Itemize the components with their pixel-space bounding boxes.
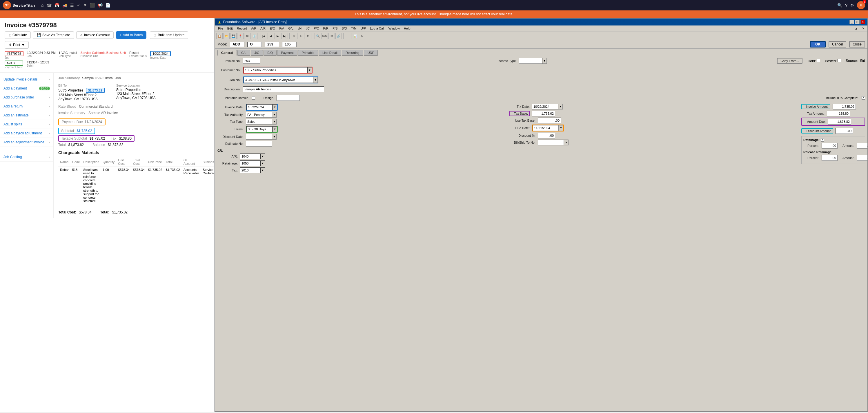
- toolbar-next[interactable]: ▶: [275, 33, 281, 39]
- discount-date-dropdown[interactable]: ▼: [272, 134, 277, 140]
- menu-ap[interactable]: A/P: [249, 26, 258, 31]
- tax-type-input[interactable]: [246, 119, 272, 125]
- use-tax-base-input[interactable]: [538, 117, 561, 124]
- trx-date-dropdown[interactable]: ▼: [558, 104, 563, 109]
- ok-button[interactable]: OK: [810, 41, 826, 47]
- tab-jc[interactable]: J/C: [251, 50, 263, 56]
- bill-ship-dropdown[interactable]: ▼: [564, 140, 568, 145]
- menu-edit[interactable]: Edit: [225, 26, 235, 31]
- tab-general[interactable]: General: [217, 50, 237, 56]
- tab-line-detail[interactable]: Line Detail: [319, 50, 341, 56]
- close-window-button[interactable]: ✕: [861, 20, 865, 24]
- invoice-amount-input[interactable]: [833, 104, 856, 109]
- close-button[interactable]: Close: [849, 41, 865, 47]
- menu-ar[interactable]: A/R: [258, 26, 267, 31]
- ar-dropdown[interactable]: ▼: [260, 153, 265, 159]
- tax-type-dropdown[interactable]: ▼: [272, 119, 277, 125]
- menu-up[interactable]: U/P: [359, 26, 368, 31]
- close-sub-icon[interactable]: ✕: [860, 26, 866, 31]
- sidebar-add-estimate[interactable]: Add an estimate ›: [0, 111, 53, 120]
- maximize-button[interactable]: □: [855, 20, 860, 24]
- tax-base-input[interactable]: [532, 111, 555, 116]
- menu-ic[interactable]: I/C: [304, 26, 311, 31]
- add-to-batch-button[interactable]: + Add to Batch: [116, 31, 147, 39]
- toolbar-cut[interactable]: ✂: [298, 33, 304, 39]
- tab-udf[interactable]: UDF: [364, 50, 378, 56]
- menu-in[interactable]: I/N: [296, 26, 303, 31]
- bulk-item-update-button[interactable]: ⊞ Bulk Item Update: [150, 31, 188, 39]
- income-type-input[interactable]: [519, 58, 542, 64]
- minimize-button[interactable]: _: [849, 20, 854, 24]
- settings-icon[interactable]: ⚙: [850, 3, 854, 7]
- sidebar-add-return[interactable]: Add a return ›: [0, 102, 53, 111]
- toolbar-grid[interactable]: ⊞: [329, 33, 335, 39]
- sidebar-add-purchase-order[interactable]: Add purchase order ›: [0, 93, 53, 102]
- toolbar-columns[interactable]: ⊟: [305, 33, 311, 39]
- invoice-date-input[interactable]: [246, 104, 273, 110]
- menu-help[interactable]: Help: [402, 26, 412, 31]
- posted-checkbox[interactable]: [838, 59, 841, 62]
- toolbar-link[interactable]: 🔗: [335, 33, 342, 39]
- customer-no-input[interactable]: [244, 67, 307, 73]
- retainage-acc-dropdown[interactable]: ▼: [260, 161, 265, 166]
- terms-input[interactable]: [246, 126, 273, 132]
- sidebar-update-details[interactable]: Update invoice details ›: [0, 75, 53, 84]
- toolbar-new[interactable]: 📋: [216, 33, 223, 39]
- toolbar-delete[interactable]: ✕: [291, 33, 298, 39]
- toolbar-open[interactable]: 📂: [223, 33, 229, 39]
- search-icon[interactable]: 🔍: [837, 3, 842, 7]
- tax-auth-input[interactable]: [246, 112, 272, 117]
- tasks-icon[interactable]: ✓: [77, 3, 80, 7]
- toolbar-list[interactable]: ☰: [345, 33, 351, 39]
- trx-date-input[interactable]: [532, 104, 558, 109]
- retainage-pct-input[interactable]: [822, 143, 838, 148]
- retainage-amt-input[interactable]: [857, 143, 867, 148]
- design-input[interactable]: [277, 95, 300, 101]
- tab-printable[interactable]: Printable: [298, 50, 318, 56]
- discount-amount-input[interactable]: [836, 128, 853, 134]
- cancel-button[interactable]: Cancel: [829, 41, 846, 47]
- print-button[interactable]: 🖨 Print ▼: [5, 41, 29, 49]
- menu-fa[interactable]: F/A: [277, 26, 286, 31]
- hold-checkbox[interactable]: [817, 59, 820, 62]
- menu-record[interactable]: Record: [235, 26, 249, 31]
- menu-eq[interactable]: E/Q: [268, 26, 277, 31]
- job-no-input[interactable]: [244, 77, 313, 83]
- income-type-dropdown[interactable]: ▼: [542, 58, 547, 64]
- sidebar-adjust-splits[interactable]: Adjust splits ›: [0, 120, 53, 129]
- calculate-button[interactable]: ⊞ Calculate: [5, 31, 31, 39]
- sidebar-add-payment[interactable]: Add a payment $0.00: [0, 84, 53, 93]
- tab-payment[interactable]: Payment: [277, 50, 297, 56]
- sidebar-adjustment-invoice[interactable]: Add an adjustment invoice ›: [0, 138, 53, 147]
- retainage-acc-input[interactable]: [240, 161, 260, 166]
- job-number-value[interactable]: #3579798: [5, 51, 24, 56]
- toolbar-save[interactable]: 💾: [230, 33, 237, 39]
- tax-amount-input[interactable]: [827, 111, 850, 116]
- due-date-dropdown[interactable]: ▼: [559, 125, 563, 131]
- estimate-no-input[interactable]: [246, 141, 272, 146]
- description-input[interactable]: [243, 86, 324, 92]
- amount-due-input[interactable]: [828, 119, 851, 125]
- megaphone-icon[interactable]: 📢: [98, 3, 103, 7]
- release-amt-input[interactable]: [857, 155, 867, 161]
- help-icon[interactable]: ?: [845, 3, 847, 7]
- discount-date-input[interactable]: [246, 134, 272, 140]
- toolbar-refresh[interactable]: ↻: [359, 33, 365, 39]
- due-date-input[interactable]: [533, 125, 559, 131]
- printable-checkbox[interactable]: [252, 96, 255, 100]
- toolbar-location[interactable]: 📍: [237, 33, 244, 39]
- toolbar-disk[interactable]: 💿: [251, 33, 257, 39]
- menu-file[interactable]: File: [216, 26, 225, 31]
- calendar-icon[interactable]: 📅: [55, 3, 59, 7]
- menu-ps[interactable]: P/S: [331, 26, 340, 31]
- invoice-date-dropdown[interactable]: ▼: [273, 104, 277, 110]
- toolbar-report[interactable]: 📊: [352, 33, 358, 39]
- toolbar-records[interactable]: ⊞: [244, 33, 250, 39]
- flag-icon[interactable]: ⚑: [83, 3, 87, 7]
- menu-sd[interactable]: S/D: [340, 26, 349, 31]
- customer-dropdown[interactable]: ▼: [307, 67, 312, 73]
- home-icon[interactable]: ⌂: [41, 3, 43, 7]
- tax-acc-dropdown[interactable]: ▼: [260, 167, 265, 173]
- copy-from-button[interactable]: Copy From...: [777, 58, 803, 64]
- phone-icon[interactable]: ☎: [47, 3, 52, 7]
